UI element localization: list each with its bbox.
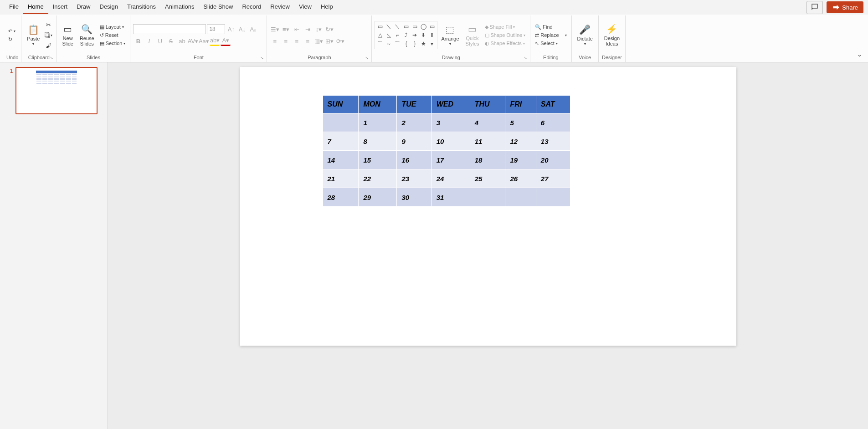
cal-cell[interactable]: 27 (536, 169, 570, 188)
reuse-slides-button[interactable]: 🔍 Reuse Slides (77, 23, 97, 47)
select-button[interactable]: ↖ Select ▾ (533, 40, 568, 47)
justify-button[interactable]: ≡ (303, 36, 313, 46)
quick-styles-button[interactable]: ▭ Quick Styles (463, 23, 482, 47)
comments-button[interactable] (806, 1, 823, 14)
cal-cell[interactable]: 9 (397, 132, 431, 151)
tab-file[interactable]: File (5, 0, 23, 14)
shape-fill-button[interactable]: ◆ Shape Fill ▾ (483, 23, 528, 31)
tab-animations[interactable]: Animations (160, 0, 199, 14)
increase-indent-button[interactable]: ⇥ (303, 24, 313, 34)
cal-cell[interactable]: 2 (397, 113, 431, 132)
font-name-input[interactable] (133, 24, 206, 34)
cal-cell[interactable]: 24 (431, 169, 470, 188)
slide-canvas-area[interactable]: SUN MON TUE WED THU FRI SAT 1 2 3 (108, 62, 868, 429)
slide[interactable]: SUN MON TUE WED THU FRI SAT 1 2 3 (240, 67, 736, 346)
paste-button[interactable]: 📋 Paste ▾ (24, 23, 42, 46)
tab-slide-show[interactable]: Slide Show (199, 0, 237, 14)
find-button[interactable]: 🔍 Find (533, 23, 568, 31)
cal-cell[interactable] (323, 113, 359, 132)
tab-home[interactable]: Home (23, 0, 48, 14)
cal-cell[interactable]: 21 (323, 169, 359, 188)
strike-button[interactable]: S̶ (166, 36, 176, 46)
section-button[interactable]: ▤ Section ▾ (98, 40, 128, 47)
cal-cell[interactable]: 18 (470, 151, 505, 169)
tab-help[interactable]: Help (316, 0, 338, 14)
cal-cell[interactable] (470, 188, 505, 207)
shape-effects-button[interactable]: ◐ Shape Effects ▾ (483, 40, 528, 47)
italic-button[interactable]: I (144, 36, 154, 46)
cal-cell[interactable]: 26 (505, 169, 536, 188)
numbering-button[interactable]: ≡▾ (281, 24, 291, 34)
clipboard-launcher[interactable]: ↘ (50, 56, 53, 60)
new-slide-button[interactable]: ▭ New Slide (59, 23, 76, 47)
shadow-button[interactable]: ab (177, 36, 187, 46)
arrange-button[interactable]: ⬚ Arrange ▾ (438, 23, 462, 46)
calendar-table[interactable]: SUN MON TUE WED THU FRI SAT 1 2 3 (323, 95, 570, 207)
paragraph-launcher[interactable]: ↘ (365, 56, 369, 60)
cal-cell[interactable]: 14 (323, 151, 359, 169)
undo-button[interactable]: ↶▾ (6, 27, 17, 35)
tab-review[interactable]: Review (266, 0, 294, 14)
tab-design[interactable]: Design (95, 0, 123, 14)
cal-cell[interactable]: 23 (397, 169, 431, 188)
text-direction-button[interactable]: ↻▾ (324, 24, 334, 34)
clear-format-button[interactable]: Aᵩ (248, 24, 258, 34)
char-spacing-button[interactable]: AV▾ (188, 36, 198, 46)
align-center-button[interactable]: ≡ (281, 36, 291, 46)
cal-cell[interactable]: 6 (536, 113, 570, 132)
cal-cell[interactable]: 17 (431, 151, 470, 169)
font-size-input[interactable] (207, 24, 225, 34)
cal-head-sun[interactable]: SUN (323, 96, 359, 113)
cal-cell[interactable]: 10 (431, 132, 470, 151)
underline-button[interactable]: U (155, 36, 165, 46)
align-text-button[interactable]: ⊞▾ (324, 36, 334, 46)
tab-transitions[interactable]: Transitions (123, 0, 160, 14)
dictate-button[interactable]: 🎤 Dictate ▾ (575, 23, 596, 46)
cut-button[interactable]: ✂ (43, 20, 53, 30)
change-case-button[interactable]: Aa▾ (199, 36, 209, 46)
bullets-button[interactable]: ☰▾ (270, 24, 280, 34)
cal-cell[interactable]: 8 (359, 132, 397, 151)
tab-insert[interactable]: Insert (48, 0, 72, 14)
redo-button[interactable]: ↻ (6, 36, 17, 43)
reset-button[interactable]: ↺ Reset (98, 31, 128, 39)
copy-button[interactable]: ⿻▾ (43, 30, 53, 40)
tab-view[interactable]: View (294, 0, 316, 14)
cal-cell[interactable] (505, 188, 536, 207)
format-painter-button[interactable]: 🖌 (43, 41, 53, 51)
cal-head-tue[interactable]: TUE (397, 96, 431, 113)
replace-button[interactable]: ⇄ Replace ▾ (533, 31, 568, 39)
columns-button[interactable]: ▥▾ (313, 36, 324, 46)
cal-cell[interactable]: 4 (470, 113, 505, 132)
font-color-button[interactable]: A▾ (221, 36, 231, 46)
share-button[interactable]: Share (827, 1, 863, 13)
cal-cell[interactable]: 31 (431, 188, 470, 207)
cal-cell[interactable]: 28 (323, 188, 359, 207)
cal-cell[interactable]: 15 (359, 151, 397, 169)
collapse-ribbon-button[interactable]: ⌄ (854, 49, 864, 59)
design-ideas-button[interactable]: ⚡ Design Ideas (601, 23, 622, 47)
font-launcher[interactable]: ↘ (260, 56, 264, 60)
bold-button[interactable]: B (133, 36, 143, 46)
cal-cell[interactable]: 22 (359, 169, 397, 188)
align-left-button[interactable]: ≡ (270, 36, 280, 46)
cal-head-sat[interactable]: SAT (536, 96, 570, 113)
slide-thumbnail-1[interactable]: 1 (10, 67, 98, 114)
thumbnail-pane[interactable]: 1 (0, 62, 108, 429)
increase-font-button[interactable]: A↑ (226, 24, 236, 34)
cal-cell[interactable]: 7 (323, 132, 359, 151)
shapes-gallery[interactable]: ▭＼＼▭▭◯▭ △◺⌐⤴➔⬇⬆ ⌒～⌒{}★▾ (375, 21, 437, 49)
cal-head-fri[interactable]: FRI (505, 96, 536, 113)
cal-cell[interactable]: 19 (505, 151, 536, 169)
cal-cell[interactable]: 11 (470, 132, 505, 151)
cal-cell[interactable] (536, 188, 570, 207)
shape-outline-button[interactable]: ▢ Shape Outline ▾ (483, 31, 528, 39)
cal-head-thu[interactable]: THU (470, 96, 505, 113)
line-spacing-button[interactable]: ↕▾ (313, 24, 324, 34)
tab-draw[interactable]: Draw (72, 0, 95, 14)
cal-cell[interactable]: 1 (359, 113, 397, 132)
highlight-button[interactable]: ab▾ (210, 36, 220, 46)
cal-cell[interactable]: 16 (397, 151, 431, 169)
cal-cell[interactable]: 30 (397, 188, 431, 207)
decrease-indent-button[interactable]: ⇤ (292, 24, 302, 34)
